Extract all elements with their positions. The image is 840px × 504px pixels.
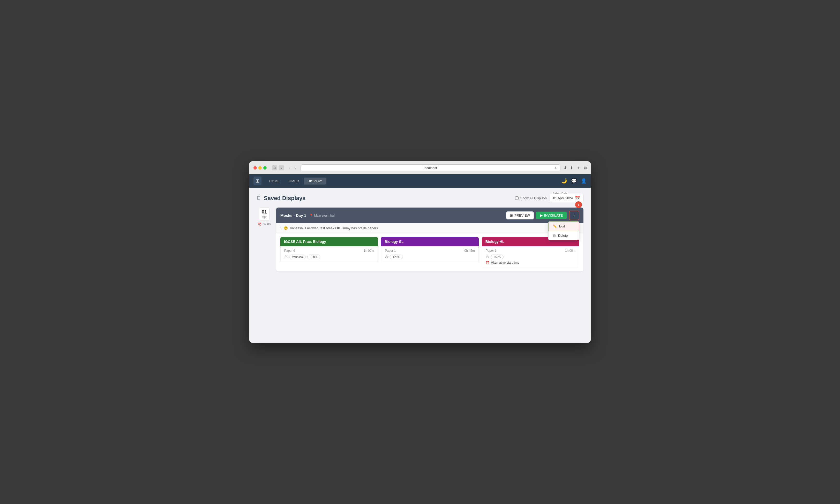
- browser-right-controls: ⬇ ⬆ ＋ ⧉: [563, 165, 587, 170]
- subject-meta-hl: Paper 1 1h 00m: [486, 249, 575, 253]
- refresh-icon[interactable]: ↻: [555, 166, 558, 170]
- nav-right: 🌙 💬 👤: [561, 178, 587, 184]
- display-card: Mocks - Day 1 📍 Main exam hall ⊞ PREVIEW…: [276, 208, 583, 271]
- timer-icon-sl: ⏱: [385, 255, 388, 259]
- show-all-displays-label[interactable]: Show All Displays: [515, 196, 547, 200]
- clock-icon: ⏰: [258, 222, 262, 226]
- subject-meta-igcse: Paper 6 1h 00m: [284, 249, 374, 253]
- delete-button[interactable]: 🗑 Delete: [548, 231, 579, 240]
- duration-hl: 1h 00m: [565, 249, 575, 253]
- date-selector-label: Select Date: [552, 192, 568, 195]
- edit-label: Edit: [559, 224, 565, 228]
- display-title: Mocks - Day 1: [280, 213, 306, 218]
- nav-tab-home[interactable]: HOME: [266, 178, 283, 184]
- day-section: 01 Apr ⏰ 09:00 Mocks - Day 1 📍 Main exam…: [257, 208, 583, 271]
- paper-igcse: Paper 6: [284, 249, 295, 253]
- window-expand[interactable]: ⌄: [279, 165, 284, 170]
- subject-body-igcse: Paper 6 1h 00m ⏱ Vanessa +50%: [280, 246, 378, 262]
- edit-icon: ✏️: [553, 224, 557, 228]
- location-pin-icon: 📍: [309, 214, 313, 217]
- subject-title-sl: Biology SL: [385, 239, 403, 244]
- main-content: 🗒 Saved Displays Show All Displays Selec…: [249, 188, 591, 343]
- app-nav: ⊞ HOME TIMER DISPLAY 🌙 💬 👤: [249, 174, 591, 188]
- nav-tab-display[interactable]: DISPLAY: [304, 178, 326, 184]
- show-all-displays-text: Show All Displays: [520, 196, 547, 200]
- display-card-header: Mocks - Day 1 📍 Main exam hall ⊞ PREVIEW…: [276, 208, 583, 223]
- paper-hl: Paper 1: [486, 249, 496, 253]
- nav-tab-timer[interactable]: TIMER: [284, 178, 303, 184]
- user-account-icon[interactable]: 👤: [581, 178, 587, 184]
- page-header: 🗒 Saved Displays Show All Displays Selec…: [257, 194, 583, 202]
- page-title-area: 🗒 Saved Displays: [257, 195, 305, 202]
- invigilate-label: INVIGILATE: [544, 214, 563, 217]
- browser-window: ⊟ ⌄ ‹ › ↻ ⬇ ⬆ ＋ ⧉ ⊞ HOME TIMER: [249, 161, 591, 343]
- close-button[interactable]: [253, 166, 257, 169]
- url-bar-wrapper: ↻: [300, 164, 560, 172]
- tabs-overview-icon[interactable]: ⧉: [584, 166, 587, 170]
- traffic-lights: [253, 166, 267, 169]
- page-title: Saved Displays: [264, 195, 305, 202]
- subject-header-sl: Biology SL: [381, 237, 478, 246]
- delete-label: Delete: [558, 234, 568, 237]
- duration-sl: 0h 45m: [465, 249, 475, 253]
- timer-icon-igcse: ⏱: [284, 255, 287, 259]
- delete-icon: 🗑: [553, 234, 556, 237]
- sidebar-toggle[interactable]: ⊟: [272, 165, 277, 170]
- url-bar[interactable]: [300, 164, 560, 172]
- callout-text: Vanessa is allowed rest breaks ✱ Jimmy h…: [290, 226, 378, 230]
- preview-button[interactable]: ⊞ PREVIEW: [506, 212, 534, 219]
- more-options-button[interactable]: ⋮: [569, 211, 579, 220]
- preview-label: PREVIEW: [514, 214, 530, 217]
- subject-tags-igcse: ⏱ Vanessa +50%: [284, 255, 374, 259]
- tag-25-sl: +25%: [390, 255, 403, 259]
- location-badge: 📍 Main exam hall: [309, 214, 335, 217]
- subject-body-sl: Paper 1 0h 45m ⏱ +25%: [381, 246, 478, 262]
- dark-mode-icon[interactable]: 🌙: [561, 178, 567, 184]
- header-right: Show All Displays Select Date 01 April 2…: [515, 194, 583, 202]
- subject-header-igcse: IGCSE Alt. Prac. Biology: [280, 237, 378, 246]
- callout-emoji: 😲: [284, 226, 288, 230]
- timer-icon-hl: ⏱: [486, 255, 489, 259]
- download-icon[interactable]: ⬇: [563, 165, 567, 170]
- alt-start-icon: ⏰: [486, 261, 490, 265]
- back-button[interactable]: ‹: [287, 165, 292, 171]
- subject-card-igcse: IGCSE Alt. Prac. Biology Paper 6 1h 00m …: [280, 237, 378, 267]
- share-icon[interactable]: ⬆: [570, 165, 573, 170]
- duration-igcse: 1h 00m: [364, 249, 374, 253]
- location-text: Main exam hall: [314, 214, 335, 217]
- messages-icon[interactable]: 💬: [571, 178, 577, 184]
- tag-50-hl: +50%: [491, 255, 504, 259]
- date-value: 01 April 2024: [553, 196, 573, 200]
- subject-tags-sl: ⏱ +25%: [385, 255, 475, 259]
- subject-card-biology-hl: Biology HL Paper 1 1h 00m ⏱ +50%: [482, 237, 579, 267]
- minimize-button[interactable]: [258, 166, 262, 169]
- app-logo: ⊞: [253, 177, 261, 185]
- day-number: 01: [262, 209, 267, 215]
- alt-start-text: Alternative start time: [491, 261, 519, 265]
- subject-body-hl: Paper 1 1h 00m ⏱ +50% ⏰ Alternative star…: [482, 246, 579, 267]
- calendar-icon[interactable]: 📅: [575, 196, 580, 201]
- browser-chrome: ⊟ ⌄ ‹ › ↻ ⬇ ⬆ ＋ ⧉: [249, 161, 591, 174]
- day-label: 01 Apr ⏰ 09:00: [257, 208, 272, 271]
- preview-icon: ⊞: [510, 214, 513, 217]
- header-actions: ⊞ PREVIEW ▶ INVIGILATE ⋮ 1: [506, 211, 579, 220]
- info-icon: ℹ: [280, 226, 282, 230]
- tag-vanessa: Vanessa: [289, 255, 306, 259]
- maximize-button[interactable]: [263, 166, 267, 169]
- subject-card-biology-sl: Biology SL Paper 1 0h 45m ⏱ +25%: [381, 237, 478, 267]
- page-icon: 🗒: [257, 195, 261, 201]
- edit-button[interactable]: ✏️ Edit: [548, 221, 579, 231]
- nav-buttons: ‹ ›: [287, 165, 297, 171]
- show-all-displays-checkbox[interactable]: [515, 196, 519, 200]
- dropdown-menu: ✏️ Edit 🗑 Delete 2: [548, 221, 579, 240]
- alt-start-time: ⏰ Alternative start time: [486, 261, 575, 265]
- time-value: 09:00: [263, 222, 270, 226]
- forward-button[interactable]: ›: [293, 165, 297, 171]
- invigilate-button[interactable]: ▶ INVIGILATE: [536, 212, 567, 219]
- badge-1: 1: [575, 201, 582, 208]
- day-time: ⏰ 09:00: [258, 222, 270, 226]
- new-tab-icon[interactable]: ＋: [576, 165, 581, 170]
- subject-tags-hl: ⏱ +50%: [486, 255, 575, 259]
- nav-tabs: HOME TIMER DISPLAY: [266, 178, 326, 184]
- day-number-card: 01 Apr: [259, 208, 270, 220]
